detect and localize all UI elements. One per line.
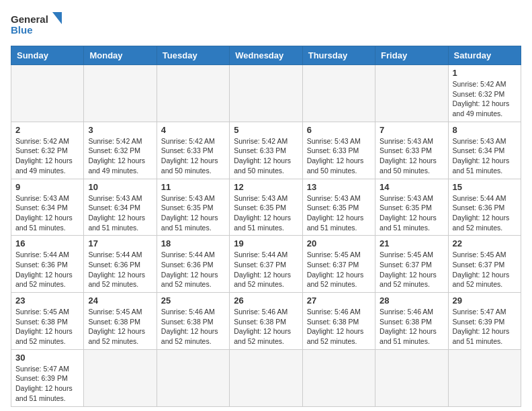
day-number: 4 — [161, 125, 225, 135]
day-info: Sunrise: 5:42 AM Sunset: 6:32 PM Dayligh… — [453, 79, 517, 119]
calendar-cell: 23Sunrise: 5:45 AM Sunset: 6:38 PM Dayli… — [11, 293, 84, 350]
calendar-cell — [157, 65, 229, 122]
calendar-cell — [302, 349, 375, 406]
day-number: 12 — [234, 182, 298, 192]
calendar-cell: 21Sunrise: 5:45 AM Sunset: 6:37 PM Dayli… — [375, 236, 448, 293]
generalblue-logo: GeneralBlue — [11, 11, 64, 40]
day-info: Sunrise: 5:44 AM Sunset: 6:36 PM Dayligh… — [161, 250, 225, 289]
svg-text:General: General — [11, 13, 48, 25]
header: GeneralBlue — [11, 11, 521, 40]
calendar-cell — [230, 349, 302, 406]
day-number: 17 — [88, 238, 152, 248]
calendar-cell — [84, 65, 157, 122]
day-info: Sunrise: 5:44 AM Sunset: 6:36 PM Dayligh… — [88, 250, 152, 289]
day-number: 14 — [380, 182, 443, 192]
day-number: 5 — [234, 125, 298, 135]
calendar-cell: 8Sunrise: 5:43 AM Sunset: 6:34 PM Daylig… — [448, 122, 521, 179]
calendar-cell: 15Sunrise: 5:44 AM Sunset: 6:36 PM Dayli… — [448, 179, 521, 236]
calendar-cell: 30Sunrise: 5:47 AM Sunset: 6:39 PM Dayli… — [11, 349, 84, 406]
day-number: 24 — [88, 295, 152, 306]
calendar: SundayMondayTuesdayWednesdayThursdayFrid… — [11, 46, 521, 407]
calendar-cell: 14Sunrise: 5:43 AM Sunset: 6:35 PM Dayli… — [375, 179, 448, 236]
day-number: 22 — [453, 238, 517, 248]
day-info: Sunrise: 5:42 AM Sunset: 6:33 PM Dayligh… — [234, 136, 298, 176]
day-info: Sunrise: 5:45 AM Sunset: 6:38 PM Dayligh… — [88, 307, 152, 347]
day-number: 28 — [380, 295, 443, 306]
day-number: 19 — [234, 238, 298, 248]
day-number: 9 — [15, 182, 79, 192]
logo: GeneralBlue — [11, 11, 64, 40]
day-number: 20 — [307, 238, 371, 248]
calendar-cell: 4Sunrise: 5:42 AM Sunset: 6:33 PM Daylig… — [157, 122, 229, 179]
calendar-cell: 22Sunrise: 5:45 AM Sunset: 6:37 PM Dayli… — [448, 236, 521, 293]
calendar-cell — [11, 65, 84, 122]
calendar-cell: 3Sunrise: 5:42 AM Sunset: 6:32 PM Daylig… — [84, 122, 157, 179]
day-info: Sunrise: 5:45 AM Sunset: 6:37 PM Dayligh… — [453, 250, 517, 289]
calendar-cell: 10Sunrise: 5:43 AM Sunset: 6:34 PM Dayli… — [84, 179, 157, 236]
calendar-cell: 29Sunrise: 5:47 AM Sunset: 6:39 PM Dayli… — [448, 293, 521, 350]
day-number: 21 — [380, 238, 443, 248]
day-number: 7 — [380, 125, 443, 135]
day-number: 13 — [307, 182, 371, 192]
day-number: 15 — [453, 182, 517, 192]
calendar-cell: 9Sunrise: 5:43 AM Sunset: 6:34 PM Daylig… — [11, 179, 84, 236]
day-info: Sunrise: 5:46 AM Sunset: 6:38 PM Dayligh… — [161, 307, 225, 347]
day-info: Sunrise: 5:46 AM Sunset: 6:38 PM Dayligh… — [380, 307, 443, 347]
calendar-cell: 28Sunrise: 5:46 AM Sunset: 6:38 PM Dayli… — [375, 293, 448, 350]
day-header-friday: Friday — [375, 46, 448, 65]
calendar-cell — [448, 349, 521, 406]
day-info: Sunrise: 5:46 AM Sunset: 6:38 PM Dayligh… — [234, 307, 298, 347]
day-info: Sunrise: 5:43 AM Sunset: 6:34 PM Dayligh… — [453, 136, 517, 176]
calendar-cell: 11Sunrise: 5:43 AM Sunset: 6:35 PM Dayli… — [157, 179, 229, 236]
week-row-5: 30Sunrise: 5:47 AM Sunset: 6:39 PM Dayli… — [11, 349, 521, 406]
calendar-cell: 20Sunrise: 5:45 AM Sunset: 6:37 PM Dayli… — [302, 236, 375, 293]
day-number: 25 — [161, 295, 225, 306]
calendar-cell — [84, 349, 157, 406]
calendar-cell: 7Sunrise: 5:43 AM Sunset: 6:33 PM Daylig… — [375, 122, 448, 179]
day-info: Sunrise: 5:42 AM Sunset: 6:32 PM Dayligh… — [15, 136, 79, 176]
calendar-cell: 1Sunrise: 5:42 AM Sunset: 6:32 PM Daylig… — [448, 65, 521, 122]
week-row-3: 16Sunrise: 5:44 AM Sunset: 6:36 PM Dayli… — [11, 236, 521, 293]
day-header-saturday: Saturday — [448, 46, 521, 65]
day-info: Sunrise: 5:47 AM Sunset: 6:39 PM Dayligh… — [453, 307, 517, 347]
day-number: 30 — [15, 353, 79, 363]
day-number: 8 — [453, 125, 517, 135]
day-number: 29 — [453, 295, 517, 306]
week-row-4: 23Sunrise: 5:45 AM Sunset: 6:38 PM Dayli… — [11, 293, 521, 350]
day-number: 16 — [15, 238, 79, 248]
week-row-1: 2Sunrise: 5:42 AM Sunset: 6:32 PM Daylig… — [11, 122, 521, 179]
calendar-cell: 2Sunrise: 5:42 AM Sunset: 6:32 PM Daylig… — [11, 122, 84, 179]
calendar-cell — [375, 349, 448, 406]
day-number: 26 — [234, 295, 298, 306]
day-info: Sunrise: 5:43 AM Sunset: 6:34 PM Dayligh… — [88, 193, 152, 233]
calendar-cell: 13Sunrise: 5:43 AM Sunset: 6:35 PM Dayli… — [302, 179, 375, 236]
day-number: 2 — [15, 125, 79, 135]
day-number: 11 — [161, 182, 225, 192]
day-info: Sunrise: 5:44 AM Sunset: 6:37 PM Dayligh… — [234, 250, 298, 289]
calendar-cell: 6Sunrise: 5:43 AM Sunset: 6:33 PM Daylig… — [302, 122, 375, 179]
day-number: 18 — [161, 238, 225, 248]
day-header-monday: Monday — [84, 46, 157, 65]
day-number: 3 — [88, 125, 152, 135]
calendar-cell — [302, 65, 375, 122]
day-number: 1 — [453, 68, 517, 78]
calendar-cell: 18Sunrise: 5:44 AM Sunset: 6:36 PM Dayli… — [157, 236, 229, 293]
calendar-header-row: SundayMondayTuesdayWednesdayThursdayFrid… — [11, 46, 521, 65]
calendar-cell — [157, 349, 229, 406]
calendar-cell: 25Sunrise: 5:46 AM Sunset: 6:38 PM Dayli… — [157, 293, 229, 350]
day-info: Sunrise: 5:43 AM Sunset: 6:35 PM Dayligh… — [307, 193, 371, 233]
day-header-sunday: Sunday — [11, 46, 84, 65]
calendar-cell — [230, 65, 302, 122]
day-number: 23 — [15, 295, 79, 306]
day-info: Sunrise: 5:43 AM Sunset: 6:33 PM Dayligh… — [307, 136, 371, 176]
day-header-tuesday: Tuesday — [157, 46, 229, 65]
calendar-cell: 26Sunrise: 5:46 AM Sunset: 6:38 PM Dayli… — [230, 293, 302, 350]
day-info: Sunrise: 5:46 AM Sunset: 6:38 PM Dayligh… — [307, 307, 371, 347]
day-info: Sunrise: 5:42 AM Sunset: 6:32 PM Dayligh… — [88, 136, 152, 176]
svg-text:Blue: Blue — [11, 24, 33, 36]
day-info: Sunrise: 5:43 AM Sunset: 6:35 PM Dayligh… — [161, 193, 225, 233]
day-number: 27 — [307, 295, 371, 306]
svg-marker-2 — [52, 12, 62, 24]
day-info: Sunrise: 5:44 AM Sunset: 6:36 PM Dayligh… — [15, 250, 79, 289]
day-info: Sunrise: 5:45 AM Sunset: 6:38 PM Dayligh… — [15, 307, 79, 347]
